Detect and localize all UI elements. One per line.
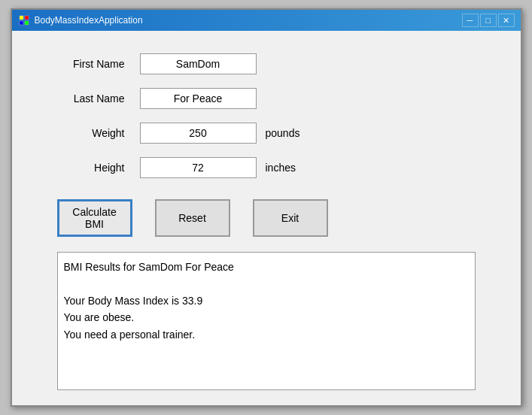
minimize-button[interactable]: ─: [462, 14, 479, 27]
title-bar-left: BodyMassIndexApplication: [18, 14, 143, 26]
app-icon: [18, 14, 30, 26]
first-name-row: First Name: [57, 53, 476, 74]
height-unit: inches: [266, 162, 296, 174]
height-label: Height: [57, 162, 140, 174]
last-name-row: Last Name: [57, 88, 476, 109]
results-line5: You need a personal trainer.: [64, 326, 469, 343]
maximize-button[interactable]: □: [480, 14, 497, 27]
svg-rect-3: [25, 21, 29, 25]
buttons-row: CalculateBMI Reset Exit: [57, 199, 476, 237]
results-textarea[interactable]: BMI Results for SamDom For Peace Your Bo…: [57, 252, 476, 390]
window-title: BodyMassIndexApplication: [35, 15, 143, 26]
last-name-label: Last Name: [57, 92, 140, 105]
first-name-input[interactable]: [140, 53, 257, 74]
svg-rect-1: [25, 16, 29, 20]
title-bar-buttons: ─ □ ✕: [462, 14, 515, 27]
title-bar: BodyMassIndexApplication ─ □ ✕: [12, 10, 521, 31]
close-button[interactable]: ✕: [498, 14, 515, 27]
main-window: BodyMassIndexApplication ─ □ ✕ First Nam…: [11, 8, 522, 407]
results-line1: BMI Results for SamDom For Peace: [64, 259, 469, 275]
exit-button[interactable]: Exit: [253, 199, 328, 237]
content-area: First Name Last Name Weight pounds Heigh…: [12, 31, 521, 405]
height-input[interactable]: [140, 157, 257, 178]
last-name-input[interactable]: [140, 88, 257, 109]
weight-input[interactable]: [140, 123, 257, 144]
reset-button[interactable]: Reset: [155, 199, 230, 237]
svg-rect-0: [20, 16, 23, 20]
results-line4: You are obese.: [64, 309, 469, 326]
results-line3: Your Body Mass Index is 33.9: [64, 292, 469, 309]
weight-row: Weight pounds: [57, 123, 476, 144]
weight-label: Weight: [57, 127, 140, 139]
height-row: Height inches: [57, 157, 476, 178]
first-name-label: First Name: [57, 58, 140, 70]
weight-unit: pounds: [266, 127, 300, 139]
svg-rect-2: [20, 21, 23, 25]
calculate-bmi-button[interactable]: CalculateBMI: [57, 199, 132, 237]
